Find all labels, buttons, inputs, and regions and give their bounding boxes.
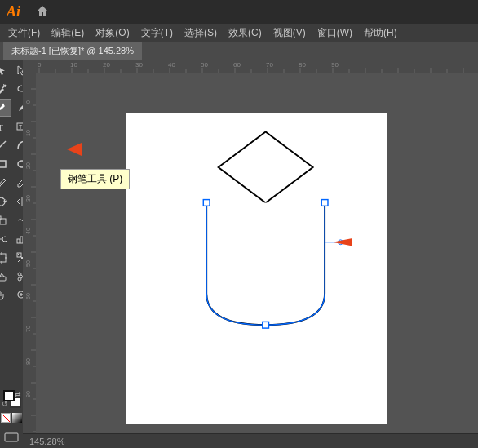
svg-rect-7 xyxy=(0,161,6,167)
zoom-level: 145.28% xyxy=(29,437,64,446)
canvas-area: 0 10 20 30 40 50 60 70 80 90 xyxy=(23,60,478,448)
svg-text:10: 10 xyxy=(25,130,31,136)
line-tool[interactable] xyxy=(0,136,11,154)
svg-text:50: 50 xyxy=(201,61,208,69)
fill-color-box[interactable] xyxy=(3,390,15,401)
svg-text:20: 20 xyxy=(25,162,31,169)
svg-text:70: 70 xyxy=(266,61,273,69)
status-bar: 145.28% xyxy=(23,433,478,448)
horizontal-ruler: 0 10 20 30 40 50 60 70 80 90 xyxy=(23,60,478,73)
svg-rect-17 xyxy=(17,239,20,243)
pen-tool-tooltip: 钢笔工具 (P) xyxy=(60,169,130,189)
vertical-ruler: 0 10 20 30 40 50 60 70 80 90 xyxy=(23,73,36,448)
menu-object[interactable]: 对象(O) xyxy=(91,24,134,42)
svg-text:0: 0 xyxy=(38,61,42,69)
color-boxes: ↺ ⇄ xyxy=(1,390,22,423)
pen-tool[interactable] xyxy=(0,99,11,117)
menu-text[interactable]: 文字(T) xyxy=(136,24,178,42)
svg-rect-26 xyxy=(0,277,6,281)
menu-view[interactable]: 视图(V) xyxy=(268,24,311,42)
menu-file[interactable]: 文件(F) xyxy=(3,24,45,42)
svg-text:T: T xyxy=(19,124,23,130)
menu-help[interactable]: 帮助(H) xyxy=(359,24,402,42)
svg-text:30: 30 xyxy=(25,195,31,202)
svg-text:30: 30 xyxy=(135,61,143,69)
app-logo: Ai xyxy=(7,3,29,20)
type-tool[interactable]: T xyxy=(0,118,11,135)
rect-tool[interactable] xyxy=(0,155,11,173)
svg-text:20: 20 xyxy=(103,61,110,69)
svg-text:90: 90 xyxy=(25,391,31,397)
svg-point-15 xyxy=(2,237,7,242)
svg-text:T: T xyxy=(0,122,3,132)
hand-tool[interactable] xyxy=(0,286,11,304)
svg-text:60: 60 xyxy=(233,61,241,69)
menu-effect[interactable]: 效果(C) xyxy=(224,24,267,42)
title-bar: Ai xyxy=(0,0,478,24)
magic-wand-tool[interactable] xyxy=(0,80,11,98)
menu-select[interactable]: 选择(S) xyxy=(179,24,222,42)
svg-text:40: 40 xyxy=(168,61,175,69)
svg-rect-36 xyxy=(23,60,478,73)
menu-window[interactable]: 窗口(W) xyxy=(312,24,357,42)
window-home-icon[interactable] xyxy=(36,4,49,20)
svg-text:70: 70 xyxy=(25,326,31,332)
artboard-tool[interactable] xyxy=(0,249,11,267)
main-area: + T T xyxy=(0,60,478,448)
eraser-tool[interactable] xyxy=(0,268,11,286)
svg-rect-35 xyxy=(5,433,18,441)
toolbar: + T T xyxy=(0,60,23,448)
canvas[interactable]: 钢笔工具 (P) xyxy=(36,73,478,448)
svg-text:60: 60 xyxy=(25,293,31,299)
svg-text:50: 50 xyxy=(25,260,31,267)
swap-colors-icon[interactable]: ⇄ xyxy=(15,390,21,398)
gradient-box[interactable] xyxy=(12,413,22,423)
red-arrow-pen-tool xyxy=(67,143,82,156)
svg-line-6 xyxy=(0,141,6,149)
selection-tool[interactable] xyxy=(0,61,11,79)
svg-text:90: 90 xyxy=(331,61,339,69)
none-color-box[interactable] xyxy=(1,413,11,423)
svg-rect-12 xyxy=(0,216,1,220)
menu-edit[interactable]: 编辑(E) xyxy=(46,24,89,42)
rotate-tool[interactable] xyxy=(0,193,11,211)
svg-text:10: 10 xyxy=(70,61,77,69)
svg-text:40: 40 xyxy=(25,228,31,234)
scale-tool[interactable] xyxy=(0,211,11,229)
menu-bar: 文件(F) 编辑(E) 对象(O) 文字(T) 选择(S) 效果(C) 视图(V… xyxy=(0,24,478,42)
svg-point-27 xyxy=(18,277,21,281)
svg-point-1 xyxy=(2,104,3,105)
paintbrush-tool[interactable] xyxy=(0,174,11,192)
svg-text:0: 0 xyxy=(25,100,31,104)
blend-tool[interactable] xyxy=(0,230,11,248)
svg-text:80: 80 xyxy=(299,61,306,69)
change-screen-mode[interactable] xyxy=(2,430,21,445)
svg-text:80: 80 xyxy=(25,358,31,365)
svg-point-28 xyxy=(18,273,21,276)
tab-bar: 未标题-1 [已恢复]* @ 145.28% xyxy=(0,42,478,60)
document-tab[interactable]: 未标题-1 [已恢复]* @ 145.28% xyxy=(3,42,142,60)
artboard xyxy=(126,113,387,424)
